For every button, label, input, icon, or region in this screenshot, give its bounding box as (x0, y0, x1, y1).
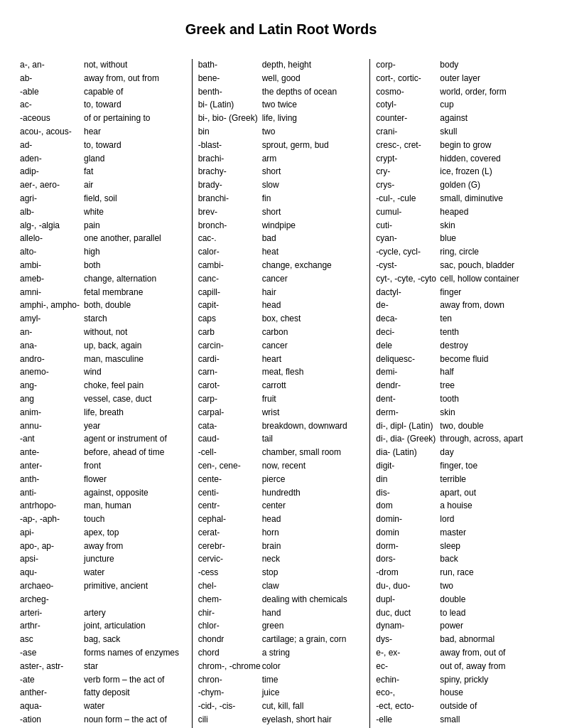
list-item: bi-, bio- (Greek)life, living (198, 112, 364, 124)
definition-text: water (84, 700, 186, 712)
list-item: -cycle, cycl-ring, circle (376, 246, 542, 258)
list-item: an-without, not (20, 326, 186, 338)
list-item: brady-slow (198, 179, 364, 191)
definition-text: pierce (262, 473, 364, 486)
list-item: cosmo-world, order, form (376, 86, 542, 98)
list-item: chlor-green (198, 620, 364, 632)
list-item: adip-fat (20, 166, 186, 178)
term-label: benth- (198, 86, 262, 98)
list-item: brachi-arm (198, 153, 364, 165)
definition-text: carbon (262, 326, 364, 338)
definition-text: man, masculine (84, 353, 186, 365)
term-label: alb- (20, 206, 84, 218)
term-label: deliquesc- (376, 353, 440, 365)
definition-text: a string (262, 647, 364, 659)
definition-text: head (262, 299, 364, 311)
list-item: archaeo-primitive, ancient (20, 580, 186, 592)
list-item: -antagent or instrument of (20, 433, 186, 445)
term-label: du-, duo- (376, 580, 440, 592)
definition-text: skin (440, 220, 542, 232)
list-item: a-, an-not, without (20, 59, 186, 71)
list-item: crys-golden (G) (376, 179, 542, 191)
list-item: cuti-skin (376, 220, 542, 232)
term-label: anther- (20, 687, 84, 699)
list-item: centr-center (198, 500, 364, 512)
term-label: chir- (198, 607, 262, 619)
term-label: canc- (198, 273, 262, 285)
term-label: allelo- (20, 232, 84, 245)
definition-text: box, chest (262, 313, 364, 325)
list-item: e-, ex-away from, out of (376, 647, 542, 659)
definition-text: horn (262, 527, 364, 539)
list-item: ambi-both (20, 259, 186, 272)
list-item: -ap-, -aph-touch (20, 513, 186, 525)
term-label: brev- (198, 206, 262, 218)
definition-text: joint, articulation (84, 620, 186, 632)
definition-text: touch (84, 513, 186, 525)
term-label: -cess (198, 567, 262, 579)
term-label: bin (198, 126, 262, 138)
list-item: -ablecapable of (20, 86, 186, 98)
list-item: doma houise (376, 500, 542, 512)
definition-text: sprout, germ, bud (262, 139, 364, 151)
definition-text: wind (84, 366, 186, 378)
list-item: branchi-fin (198, 193, 364, 205)
list-item: duc, ductto lead (376, 607, 542, 619)
term-label: di-, dia- (Greek) (376, 433, 440, 445)
definition-text: the depths of ocean (262, 86, 364, 98)
definition-text: bag, sack (84, 633, 186, 646)
list-item: cata-breakdown, downward (198, 420, 364, 432)
definition-text: through, across, apart (440, 433, 542, 445)
list-item: cresc-, cret-begin to grow (376, 139, 542, 151)
list-item: cumul-heaped (376, 206, 542, 218)
list-item: demi-half (376, 366, 542, 378)
definition-text (84, 594, 186, 606)
list-item: anti-against, opposite (20, 487, 186, 499)
list-item: du-, duo-two (376, 580, 542, 592)
list-item: ante-before, ahead of time (20, 446, 186, 459)
definition-text: arm (262, 153, 364, 165)
term-label: dis- (376, 487, 440, 499)
term-label: annu- (20, 420, 84, 432)
list-item: cyan-blue (376, 232, 542, 245)
definition-text: starch (84, 313, 186, 325)
list-item: -cyst-sac, pouch, bladder (376, 259, 542, 272)
list-item: -blast-sprout, germ, bud (198, 139, 364, 151)
definition-text: two twice (262, 99, 364, 111)
list-item: corp-body (376, 59, 542, 71)
definition-text: capable of (84, 86, 186, 98)
definition-text: master (440, 527, 542, 539)
list-item: arteri-artery (20, 607, 186, 619)
definition-text: finger (440, 287, 542, 299)
definition-text: front (84, 460, 186, 472)
list-item: dis-apart, out (376, 487, 542, 499)
list-item: cerebr-brain (198, 540, 364, 552)
term-label: capill- (198, 287, 262, 299)
definition-text: year (84, 420, 186, 432)
definition-text: ten (440, 313, 542, 325)
list-item: -chym-juice (198, 687, 364, 699)
term-label: cotyl- (376, 99, 440, 111)
list-item: domin-lord (376, 513, 542, 525)
definition-text: heat (262, 246, 364, 258)
definition-text: fin (262, 193, 364, 205)
definition-text: primitive, ancient (84, 580, 186, 592)
definition-text: vessel, case, duct (84, 393, 186, 405)
definition-text: hidden, covered (440, 153, 542, 165)
term-label: aqua- (20, 700, 84, 712)
list-item: benth-the depths of ocean (198, 86, 364, 98)
definition-text: lord (440, 513, 542, 525)
term-label: chrom-, -chrome (198, 660, 262, 673)
term-label: dors- (376, 553, 440, 565)
term-label: cervic- (198, 553, 262, 565)
term-label: crani- (376, 126, 440, 138)
term-label: archeg- (20, 594, 84, 606)
term-label: anter- (20, 460, 84, 472)
term-label: deca- (376, 313, 440, 325)
term-label: aden- (20, 153, 84, 165)
definition-text: claw (262, 580, 364, 592)
definition-text: gland (84, 153, 186, 165)
definition-text: flower (84, 473, 186, 486)
list-item: deci-tenth (376, 326, 542, 338)
definition-text: short (262, 206, 364, 218)
